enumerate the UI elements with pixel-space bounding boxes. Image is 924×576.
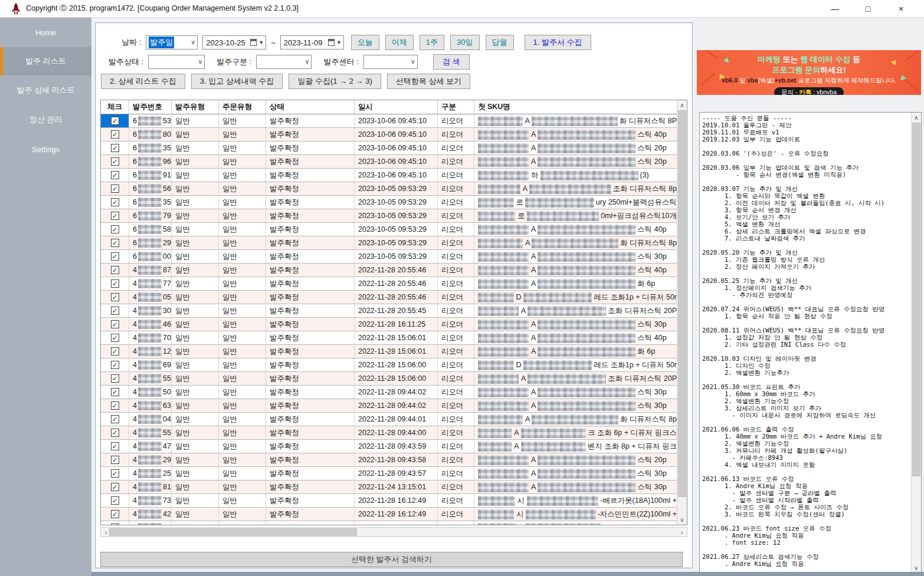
date-from-input[interactable]: 2023-10-25 ▼ (202, 35, 266, 50)
table-row[interactable]: ✓679일반일반발주확정2023-10-05 09:53:29리오더로0ml+핑… (101, 209, 677, 223)
order-group-select[interactable]: ∨ (256, 55, 312, 69)
table-row[interactable]: ✓447일반일반발주확정2022-11-28 09:43:59리오더A벤지 조화… (101, 440, 677, 453)
row-checkbox[interactable]: ✓ (111, 388, 119, 396)
quick-range-button-오늘[interactable]: 오늘 (351, 35, 379, 50)
row-checkbox[interactable]: ✓ (111, 171, 119, 179)
sidebar-item-발주-리스트[interactable]: 발주 리스트 (0, 47, 91, 75)
collect-orders-button[interactable]: 1. 발주서 수집 (525, 35, 591, 50)
row-checkbox[interactable]: ✓ (111, 185, 119, 193)
scroll-down-icon[interactable]: ∨ (677, 515, 687, 525)
table-row[interactable]: ✓455일반일반발주확정2022-11-28 09:44:00리오더A크 조화 … (101, 426, 677, 440)
row-checkbox[interactable]: ✓ (111, 266, 119, 274)
table-row[interactable]: ✓680일반일반발주확정2023-10-06 09:45:10리오더A스틱 40… (101, 128, 677, 141)
table-row[interactable]: ✓469일반일반발주확정2022-11-28 15:06:00리오더D레드 조화… (101, 358, 677, 372)
column-header-발주유형[interactable]: 발주유형 (172, 100, 219, 114)
date-type-select[interactable]: 발주일∨ (146, 35, 198, 50)
action-button-2.-상세-리스트-수집[interactable]: 2. 상세 리스트 수집 (101, 74, 185, 89)
table-row[interactable]: ✓425일반일반발주확정2022-11-28 09:43:57리오더A스틱 30… (101, 467, 677, 480)
row-checkbox[interactable]: ✓ (111, 198, 119, 206)
scroll-down-icon[interactable]: ∨ (912, 563, 921, 572)
row-checkbox[interactable]: ✓ (111, 320, 119, 328)
maximize-button[interactable]: □ (861, 0, 874, 18)
quick-range-button-30일[interactable]: 30일 (450, 35, 479, 50)
ad-banner[interactable]: 마케팅 또는 웹 데이터 수집 등 프로그램 문의하세요! vb6.0 및 vb… (697, 50, 921, 95)
table-row[interactable]: ✓629일반일반발주확정2023-10-05 09:53:29리오더A화 디퓨저… (101, 236, 677, 250)
table-row[interactable]: ✓658일반일반발주확정2023-10-05 09:53:29리오더A스틱 40… (101, 223, 677, 236)
clscroll-thumb[interactable] (912, 123, 920, 476)
table-row[interactable]: ✓696일반일반발주확정2023-10-06 09:45:10리오더A스틱 20… (101, 155, 677, 169)
date-to-input[interactable]: 2023-11-09 ▼ (280, 35, 344, 50)
table-row[interactable]: ✓473일반일반발주확정2022-11-28 16:12:49리오더시-베르가못… (101, 494, 677, 508)
row-checkbox[interactable]: ✓ (111, 252, 119, 261)
row-checkbox[interactable]: ✓ (111, 239, 119, 247)
column-header-구분[interactable]: 구분 (438, 100, 474, 114)
table-horizontal-scrollbar[interactable]: ‹ › (100, 527, 687, 537)
row-checkbox[interactable]: ✓ (111, 469, 119, 478)
row-checkbox[interactable]: ✓ (111, 456, 119, 464)
table-row[interactable]: ✓635일반일반발주확정2023-10-05 09:53:29리오더로ury 2… (101, 196, 677, 209)
order-status-select[interactable]: ∨ (148, 55, 205, 69)
column-header-주문유형[interactable]: 주문유형 (219, 100, 266, 114)
table-row[interactable]: ✓412일반일반발주확정2022-11-28 15:06:01리오더A화 6p (101, 345, 677, 358)
table-row[interactable]: ✓481일반일반발주확정2022-11-24 13:15:01리오더A스틱 30… (101, 480, 677, 494)
column-header-일시[interactable]: 일시 (355, 100, 438, 114)
column-header-상태[interactable]: 상태 (266, 100, 355, 114)
sidebar-item-정산-관리[interactable]: 정산 관리 (0, 105, 91, 134)
row-checkbox[interactable]: ✓ (111, 483, 119, 491)
table-row[interactable]: ✓442일반일반발주확정2022-11-28 16:12:49리오더시-자스민민… (101, 508, 677, 521)
row-checkbox[interactable]: ✓ (111, 157, 119, 166)
minimize-button[interactable]: — (828, 0, 841, 18)
action-button-선택항목-상세-보기[interactable]: 선택항목 상세 보기 (387, 74, 470, 89)
row-checkbox[interactable]: ✓ (111, 293, 119, 301)
action-button-3.-입고-상세내역-수집[interactable]: 3. 입고 상세내역 수집 (191, 74, 283, 89)
hscroll-thumb[interactable] (109, 528, 357, 536)
table-row[interactable]: ✓405일반일반발주확정2022-11-28 20:55:46리오더D레드 조화… (101, 291, 677, 304)
scroll-up-icon[interactable]: ∧ (677, 100, 687, 110)
row-checkbox[interactable]: ✓ (111, 524, 119, 525)
table-row[interactable]: ✓477일반일반발주확정2022-11-28 20:55:46리오더A화 6p (101, 277, 677, 291)
sidebar-item-발주-상세-리스트[interactable]: 발주 상세 리스트 (0, 75, 91, 105)
table-row[interactable]: ✓450일반일반발주확정2022-11-28 09:44:02리오더A스틱 30… (101, 386, 677, 399)
row-checkbox[interactable]: ✓ (111, 415, 119, 423)
sidebar-item-Home[interactable]: Home (0, 18, 91, 47)
table-row[interactable]: ✓691일반일반발주확정2023-10-06 09:45:10리오더하(3) (101, 169, 677, 182)
row-checkbox[interactable]: ✓ (111, 334, 119, 342)
table-row[interactable]: ✓463일반일반발주확정2022-11-28 09:44:02리오더A스틱 30… (101, 399, 677, 413)
action-button-일괄-수집(1-→-2-→-3)[interactable]: 일괄 수집(1 → 2 → 3) (289, 74, 381, 89)
table-row[interactable]: ✓430일반일반발주확정2022-11-28 20:55:45리오더A조화 디퓨… (101, 304, 677, 318)
table-row[interactable]: ✓600일반일반발주확정2023-10-05 09:53:29리오더A스틱 30… (101, 250, 677, 264)
table-row[interactable]: ✓656일반일반발주확정2023-10-05 09:53:29리오더A조화 디퓨… (101, 182, 677, 196)
scroll-right-icon[interactable]: › (677, 528, 687, 536)
row-checkbox[interactable]: ✓ (111, 496, 119, 505)
table-row[interactable]: ✓470일반일반발주확정2022-11-28 15:06:01리오더A스틱 40… (101, 331, 677, 345)
changelog-textbox[interactable]: ----- 도움 주신 분들 ----- 2019.10.01 올투그린 - 제… (699, 112, 922, 573)
table-row[interactable]: ✓635일반일반발주확정2023-10-06 09:45:10리오더A스틱 20… (101, 141, 677, 155)
row-checkbox[interactable]: ✓ (111, 442, 119, 450)
quick-range-button-당월[interactable]: 당월 (486, 35, 514, 50)
row-checkbox[interactable]: ✓ (111, 429, 119, 437)
table-row[interactable]: ✓446일반일반발주확정2022-11-28 16:11:25리오더A스틱 30… (101, 318, 677, 331)
table-row[interactable]: ✓404일반일반발주확정2022-11-28 09:44:01리오더A화 디퓨저… (101, 413, 677, 426)
table-row[interactable]: ✓429일반일반발주확정2022-11-28 09:43:58리오더A스틱 20… (101, 453, 677, 467)
vscroll-thumb[interactable] (678, 110, 686, 497)
order-center-select[interactable]: ∨ (363, 55, 418, 69)
table-vertical-scrollbar[interactable]: ∧ ∨ (677, 100, 687, 525)
row-checkbox[interactable]: ✓ (111, 510, 119, 518)
row-checkbox[interactable]: ✓ (111, 225, 119, 233)
row-checkbox[interactable]: ✓ (111, 279, 119, 288)
row-checkbox[interactable]: ✓ (111, 212, 119, 220)
close-button[interactable]: × (894, 0, 907, 18)
row-checkbox[interactable]: ✓ (111, 347, 119, 356)
table-row[interactable]: ✓455일반일반발주확정2022-11-28 15:06:00리오더A조화 디퓨… (101, 372, 677, 386)
row-checkbox[interactable]: ✓ (111, 374, 119, 383)
row-checkbox[interactable]: ✓ (111, 144, 119, 152)
column-header-첫 SKU명[interactable]: 첫 SKU명 (474, 100, 677, 114)
table-row[interactable]: ✓653일반일반발주확정2023-10-06 09:45:10리오더A화 디퓨저… (101, 114, 677, 128)
sidebar-item-Settings[interactable]: Settings (0, 134, 91, 164)
scroll-up-icon[interactable]: ∧ (912, 113, 921, 122)
row-checkbox[interactable]: ✓ (111, 361, 119, 369)
search-button[interactable]: 검 색 (433, 54, 470, 70)
quick-range-button-어제[interactable]: 어제 (385, 35, 414, 50)
table-row[interactable]: ✓487일반일반발주확정2022-11-28 20:55:46리오더A스틱 40… (101, 264, 677, 277)
changelog-scrollbar[interactable]: ∧ ∨ (911, 113, 921, 572)
